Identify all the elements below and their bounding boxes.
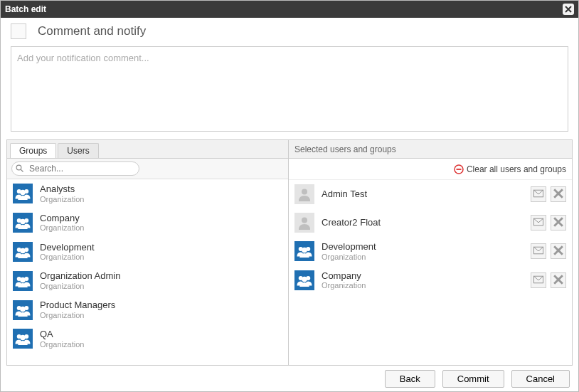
- group-icon: [13, 271, 33, 291]
- list-item[interactable]: DevelopmentOrganization: [7, 238, 288, 267]
- svg-line-1: [21, 170, 23, 172]
- item-name: QA: [40, 329, 282, 340]
- svg-point-19: [20, 335, 26, 341]
- item-name: Development: [40, 242, 282, 253]
- user-icon: [294, 184, 314, 204]
- remove-button[interactable]: [551, 186, 566, 202]
- svg-point-0: [16, 165, 21, 170]
- tab-groups[interactable]: Groups: [10, 143, 56, 158]
- mail-button[interactable]: [531, 272, 546, 288]
- selected-item: CompanyOrganization: [289, 266, 572, 295]
- svg-point-10: [20, 248, 26, 254]
- remove-button[interactable]: [551, 243, 566, 259]
- svg-point-32: [302, 277, 307, 282]
- notify-checkbox[interactable]: [11, 23, 26, 39]
- mail-icon: [533, 275, 543, 287]
- list-item[interactable]: Product ManagersOrganization: [7, 295, 288, 324]
- item-name: Company: [322, 270, 524, 282]
- clear-all-label: Clear all users and groups: [467, 164, 566, 174]
- search-icon: [16, 164, 24, 173]
- group-icon: [13, 329, 33, 349]
- remove-button[interactable]: [551, 215, 566, 231]
- close-icon: [565, 6, 572, 13]
- remove-circle-icon: [454, 164, 464, 174]
- svg-point-16: [20, 306, 26, 312]
- user-icon: [294, 213, 314, 233]
- group-icon: [13, 213, 33, 233]
- item-name: Product Managers: [40, 300, 282, 311]
- mail-icon: [533, 245, 543, 258]
- svg-point-22: [302, 189, 307, 195]
- item-sub: Organization: [322, 253, 524, 262]
- item-sub: Organization: [40, 253, 282, 262]
- selected-item: DevelopmentOrganization: [289, 237, 572, 266]
- item-name: Development: [322, 241, 524, 253]
- mail-icon: [533, 217, 543, 229]
- close-button[interactable]: [563, 4, 574, 15]
- svg-point-28: [302, 248, 307, 253]
- available-list: AnalystsOrganizationCompanyOrganizationD…: [7, 179, 288, 365]
- remove-icon: [553, 245, 563, 258]
- search-input[interactable]: [11, 161, 139, 176]
- tab-users[interactable]: Users: [58, 143, 98, 158]
- tabs-row: Groups Users: [7, 140, 288, 159]
- mail-button[interactable]: [531, 186, 546, 202]
- list-item[interactable]: AnalystsOrganization: [7, 179, 288, 208]
- list-item[interactable]: QAOrganization: [7, 324, 288, 354]
- section-title: Comment and notify: [38, 24, 146, 38]
- item-sub: Organization: [40, 282, 282, 291]
- cancel-button[interactable]: Cancel: [511, 370, 570, 388]
- svg-point-13: [20, 277, 26, 282]
- commit-button[interactable]: Commit: [442, 370, 504, 388]
- group-icon: [13, 300, 33, 320]
- item-name: Analysts: [40, 184, 282, 195]
- remove-icon: [553, 189, 563, 201]
- window-title: Batch edit: [5, 4, 46, 14]
- item-sub: Organization: [40, 311, 282, 320]
- svg-point-24: [302, 218, 307, 223]
- svg-point-4: [20, 190, 26, 196]
- titlebar: Batch edit: [1, 1, 578, 18]
- clear-all-link[interactable]: Clear all users and groups: [454, 164, 566, 174]
- item-sub: Organization: [40, 223, 282, 233]
- selected-item: Creator2 Float: [289, 208, 572, 237]
- group-icon: [294, 270, 314, 290]
- item-name: Creator2 Float: [322, 217, 524, 228]
- selected-panel-header: Selected users and groups: [289, 140, 572, 159]
- item-name: Organization Admin: [40, 270, 282, 282]
- dialog-footer: Back Commit Cancel: [1, 366, 578, 391]
- selected-list: Admin TestCreator2 FloatDevelopmentOrgan…: [289, 180, 572, 365]
- remove-button[interactable]: [551, 272, 566, 288]
- mail-icon: [533, 189, 543, 201]
- group-icon: [13, 184, 33, 203]
- list-item[interactable]: Organization AdminOrganization: [7, 266, 288, 295]
- mail-button[interactable]: [531, 215, 546, 231]
- remove-icon: [553, 217, 563, 229]
- selected-item: Admin Test: [289, 180, 572, 208]
- item-sub: Organization: [40, 340, 282, 349]
- item-sub: Organization: [40, 195, 282, 204]
- item-sub: Organization: [322, 281, 524, 290]
- comment-textarea[interactable]: [11, 46, 568, 132]
- list-item[interactable]: CompanyOrganization: [7, 208, 288, 238]
- svg-point-7: [20, 219, 26, 225]
- item-name: Company: [40, 213, 282, 224]
- group-icon: [13, 242, 33, 262]
- mail-button[interactable]: [531, 243, 546, 259]
- group-icon: [294, 241, 314, 261]
- item-name: Admin Test: [322, 189, 524, 200]
- back-button[interactable]: Back: [385, 370, 435, 388]
- remove-icon: [553, 275, 563, 287]
